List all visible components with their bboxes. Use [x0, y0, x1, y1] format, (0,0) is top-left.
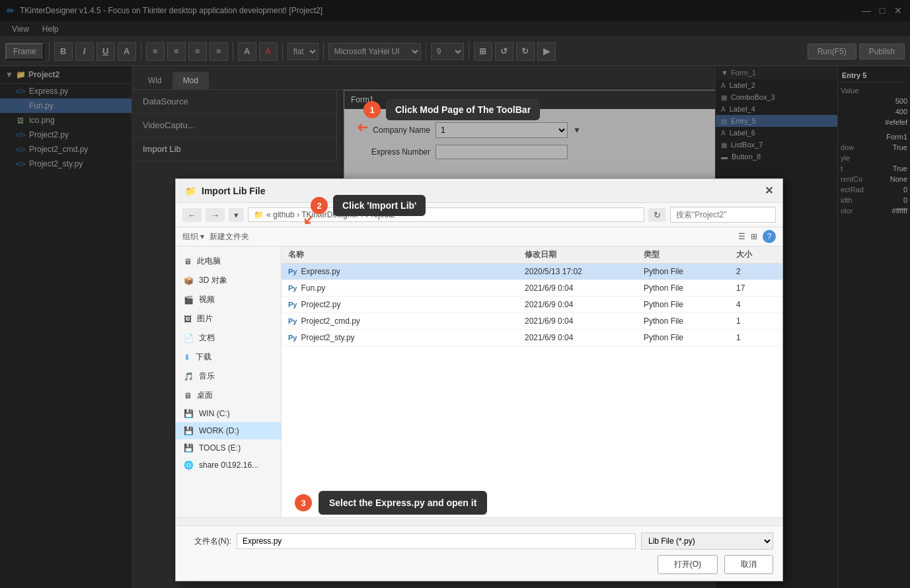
- fd-right-panel: 名称 修改日期 类型 大小 PyExpress.py 2020/5/13 17:…: [282, 246, 782, 517]
- project2-file-type: Python File: [644, 300, 736, 309]
- fd-cancel-btn[interactable]: 取消: [724, 555, 773, 574]
- step2-container: 2 Click 'Import Lib': [311, 195, 426, 216]
- fd-filename-input[interactable]: [237, 533, 636, 549]
- fd-item-docs[interactable]: 📄 文档: [176, 328, 281, 348]
- pictures-label: 图片: [197, 313, 213, 324]
- pictures-icon: 🖼: [184, 314, 192, 324]
- downloads-label: 下载: [196, 351, 211, 363]
- fd-refresh-btn[interactable]: ↻: [648, 208, 666, 222]
- docs-label: 文档: [199, 332, 215, 344]
- fd-view-list-btn[interactable]: ☰: [738, 232, 745, 241]
- project2sty-file-name: Project2_sty.py: [301, 333, 354, 342]
- step3-container: 3 Select the Express.py and open it: [295, 491, 487, 515]
- fd-item-workd[interactable]: 💾 WORK (D:): [176, 422, 281, 439]
- col-type: 类型: [644, 249, 736, 260]
- project2-file-name: Project2.py: [301, 300, 340, 309]
- winc-icon: 💾: [184, 409, 194, 418]
- fd-search-input[interactable]: [670, 207, 776, 223]
- share-label: share 0\192.16...: [199, 460, 258, 470]
- project2-file-icon: Py: [288, 301, 297, 309]
- step1-tooltip: Click Mod Page of The ToolBar: [386, 99, 540, 120]
- fd-filename-label: 文件名(N):: [185, 536, 231, 547]
- col-date: 修改日期: [525, 249, 644, 260]
- fd-item-winc[interactable]: 💾 WIN (C:): [176, 405, 281, 422]
- step3-tooltip: Select the Express.py and open it: [319, 491, 487, 515]
- fd-close-btn[interactable]: ✕: [765, 184, 773, 197]
- fun-file-icon: Py: [288, 284, 297, 292]
- step3-circle: 3: [295, 494, 312, 511]
- project2cmd-file-name: Project2_cmd.py: [301, 316, 360, 326]
- fun-file-type: Python File: [644, 283, 736, 293]
- project2sty-file-icon: Py: [288, 334, 297, 342]
- fd-left-panel: 🖥 此电脑 📦 3D 对象 🎬 视频 🖼 图片 📄 文档 ⬇ 下载: [176, 246, 282, 517]
- arrow1: ➜: [357, 119, 369, 136]
- fd-filename-row: 文件名(N): Lib File (*.py): [185, 533, 773, 550]
- fd-item-downloads[interactable]: ⬇ 下载: [176, 348, 281, 367]
- express-file-type: Python File: [644, 267, 736, 276]
- computer-icon: 🖥: [184, 257, 192, 266]
- project2sty-file-type: Python File: [644, 333, 736, 342]
- step2-circle: 2: [311, 197, 328, 214]
- fd-back-btn[interactable]: ←: [182, 208, 202, 222]
- express-file-icon: Py: [288, 268, 297, 276]
- express-file-size: 2: [736, 267, 776, 276]
- fd-view-icon-btn[interactable]: ⊞: [751, 232, 757, 241]
- computer-label: 此电脑: [197, 256, 221, 267]
- docs-icon: 📄: [184, 334, 194, 343]
- fd-item-video[interactable]: 🎬 视频: [176, 290, 281, 309]
- video-label: 视频: [199, 294, 215, 305]
- fd-item-music[interactable]: 🎵 音乐: [176, 367, 281, 386]
- desktop-label: 桌面: [197, 390, 213, 401]
- fd-item-3d[interactable]: 📦 3D 对象: [176, 271, 281, 290]
- fd-item-computer[interactable]: 🖥 此电脑: [176, 252, 281, 271]
- fd-toolbar2: 组织 ▾ 新建文件夹 ☰ ⊞ ?: [176, 227, 782, 246]
- col-size: 大小: [736, 249, 776, 260]
- fd-folder-nav-icon: 📁: [254, 210, 264, 219]
- fd-buttons: 打开(O) 取消: [185, 555, 773, 574]
- fd-open-btn[interactable]: 打开(O): [658, 555, 718, 574]
- project2sty-file-date: 2021/6/9 0:04: [525, 333, 644, 342]
- project2-file-date: 2021/6/9 0:04: [525, 300, 644, 309]
- music-label: 音乐: [199, 371, 215, 382]
- project2cmd-file-size: 1: [736, 316, 776, 326]
- step1-circle: 1: [363, 101, 381, 118]
- fun-file-name: Fun.py: [301, 283, 325, 293]
- fd-dropdown-btn[interactable]: ▾: [229, 208, 244, 222]
- music-icon: 🎵: [184, 372, 194, 381]
- fd-item-share[interactable]: 🌐 share 0\192.16...: [176, 457, 281, 474]
- 3d-label: 3D 对象: [199, 275, 227, 286]
- fd-item-pictures[interactable]: 🖼 图片: [176, 309, 281, 328]
- express-file-name: Express.py: [301, 267, 340, 276]
- fd-footer: 文件名(N): Lib File (*.py) 打开(O) 取消: [176, 525, 782, 581]
- share-icon: 🌐: [184, 460, 194, 470]
- project2-file-size: 4: [736, 300, 776, 309]
- fd-row-fun[interactable]: PyFun.py 2021/6/9 0:04 Python File 17: [282, 280, 782, 297]
- project2cmd-file-type: Python File: [644, 316, 736, 326]
- fd-new-folder-btn[interactable]: 新建文件夹: [209, 231, 249, 242]
- fd-scrollbar-h[interactable]: [176, 517, 782, 525]
- fd-item-desktop[interactable]: 🖥 桌面: [176, 386, 281, 405]
- fd-nav: ← → ▾ 📁 « github › TKinterDesigner › Pro…: [176, 203, 782, 227]
- toolse-label: TOOLS (E:): [199, 443, 241, 453]
- project2cmd-file-date: 2021/6/9 0:04: [525, 316, 644, 326]
- fd-row-project2-cmd[interactable]: PyProject2_cmd.py 2021/6/9 0:04 Python F…: [282, 313, 782, 330]
- fd-row-project2[interactable]: PyProject2.py 2021/6/9 0:04 Python File …: [282, 297, 782, 313]
- workd-icon: 💾: [184, 426, 194, 435]
- project2cmd-file-icon: Py: [288, 317, 297, 325]
- fd-table-header: 名称 修改日期 类型 大小: [282, 246, 782, 264]
- toolse-icon: 💾: [184, 443, 194, 453]
- fd-forward-btn[interactable]: →: [206, 208, 225, 222]
- downloads-icon: ⬇: [184, 353, 190, 362]
- fd-organize-btn[interactable]: 组织 ▾: [182, 231, 204, 242]
- fd-filetype-select[interactable]: Lib File (*.py): [641, 533, 773, 550]
- winc-label: WIN (C:): [199, 409, 230, 418]
- fd-item-toolse[interactable]: 💾 TOOLS (E:): [176, 439, 281, 457]
- fd-row-express[interactable]: PyExpress.py 2020/5/13 17:02 Python File…: [282, 264, 782, 280]
- fd-folder-icon: 📁: [185, 186, 196, 196]
- col-name: 名称: [288, 249, 525, 260]
- step1-container: 1 Click Mod Page of The ToolBar: [363, 99, 540, 120]
- desktop-icon: 🖥: [184, 391, 192, 400]
- file-dialog: 📁 Import Lib File ✕ ← → ▾ 📁 « github › T…: [175, 178, 783, 581]
- fd-help-btn[interactable]: ?: [763, 230, 776, 243]
- fd-row-project2-sty[interactable]: PyProject2_sty.py 2021/6/9 0:04 Python F…: [282, 330, 782, 346]
